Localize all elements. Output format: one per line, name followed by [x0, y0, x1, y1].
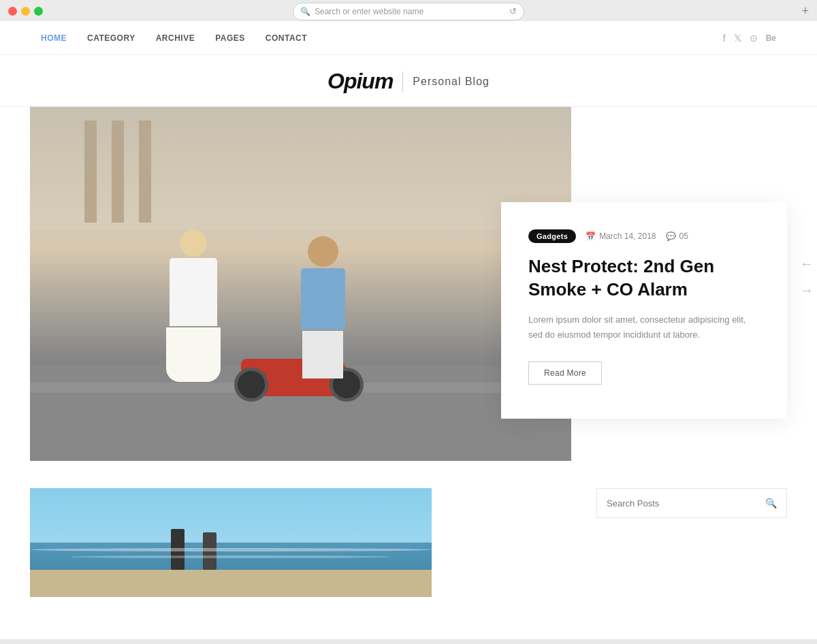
post-title: Nest Protect: 2nd Gen Smoke + CO Alarm [528, 255, 760, 302]
address-bar[interactable]: 🔍 Search or enter website name ↺ [293, 3, 524, 20]
calendar-icon: 📅 [586, 231, 596, 241]
new-tab-button[interactable]: + [801, 4, 809, 18]
wave1 [30, 548, 432, 551]
social-links: f 𝕏 ⊙ Be [723, 33, 776, 44]
search-icon: 🔍 [300, 7, 310, 16]
main-navigation: HOME CATEGORY ARCHIVE PAGES CONTACT f 𝕏 … [0, 21, 817, 55]
pants-man [302, 331, 343, 379]
minimize-button[interactable] [21, 7, 30, 16]
torso-man [301, 268, 345, 329]
slider-next-button[interactable]: → [800, 283, 814, 298]
below-hero: 🔍 [0, 461, 817, 597]
moped-wheel-front [234, 368, 268, 402]
posts-grid [30, 488, 576, 597]
post-date: 📅 March 14, 2018 [586, 231, 656, 241]
twitter-icon[interactable]: 𝕏 [734, 33, 741, 44]
post-card-image [30, 488, 432, 597]
nav-home[interactable]: HOME [41, 33, 67, 43]
slider-navigation: ← → [800, 256, 814, 298]
category-badge[interactable]: Gadgets [528, 229, 576, 243]
head-woman [180, 229, 207, 257]
slider-prev-button[interactable]: ← [800, 256, 814, 272]
torso-woman [170, 258, 217, 326]
hero-content-box: Gadgets 📅 March 14, 2018 💬 05 Nest Prote… [501, 202, 787, 419]
search-posts-input[interactable] [607, 498, 760, 509]
dribbble-icon[interactable]: ⊙ [750, 33, 758, 44]
close-button[interactable] [8, 7, 17, 16]
post-excerpt: Lorem ipsum dolor sit amet, consectetur … [528, 312, 760, 342]
nav-pages[interactable]: PAGES [215, 33, 245, 43]
beach-scene [30, 488, 432, 597]
nav-archive[interactable]: ARCHIVE [156, 33, 195, 43]
traffic-lights [8, 7, 43, 16]
nav-category[interactable]: CATEGORY [87, 33, 135, 43]
header-divider [402, 71, 403, 92]
sidebar: 🔍 [596, 488, 787, 597]
person-man [295, 236, 350, 372]
nav-links: HOME CATEGORY ARCHIVE PAGES CONTACT [41, 33, 723, 43]
column2 [112, 120, 124, 223]
behance-icon[interactable]: Be [766, 33, 776, 43]
browser-titlebar: 🔍 Search or enter website name ↺ + [0, 7, 817, 21]
skirt-woman [166, 327, 221, 382]
search-posts-box: 🔍 [596, 488, 787, 518]
person-woman [166, 229, 221, 379]
comment-icon: 💬 [666, 231, 676, 241]
hero-scene [30, 107, 571, 461]
post-comments: 💬 05 [666, 231, 688, 241]
facebook-icon[interactable]: f [723, 33, 726, 44]
site-header: Opium Personal Blog [0, 55, 817, 107]
site-subtitle: Personal Blog [413, 76, 490, 88]
search-posts-icon: 🔍 [765, 498, 777, 509]
post-meta: Gadgets 📅 March 14, 2018 💬 05 [528, 229, 760, 243]
nav-contact[interactable]: CONTACT [266, 33, 307, 43]
read-more-button[interactable]: Read More [528, 361, 602, 385]
site-title: Opium [327, 69, 393, 94]
sand [30, 570, 432, 597]
hero-image [30, 107, 571, 461]
head-man [308, 236, 338, 267]
address-text: Search or enter website name [315, 7, 505, 16]
hero-section: Gadgets 📅 March 14, 2018 💬 05 Nest Prote… [0, 107, 817, 461]
reload-icon[interactable]: ↺ [509, 6, 517, 16]
column1 [84, 120, 97, 223]
browser-chrome: 🔍 Search or enter website name ↺ + [0, 0, 817, 21]
column3 [139, 120, 151, 223]
website-content: HOME CATEGORY ARCHIVE PAGES CONTACT f 𝕏 … [0, 21, 817, 639]
fullscreen-button[interactable] [34, 7, 43, 16]
